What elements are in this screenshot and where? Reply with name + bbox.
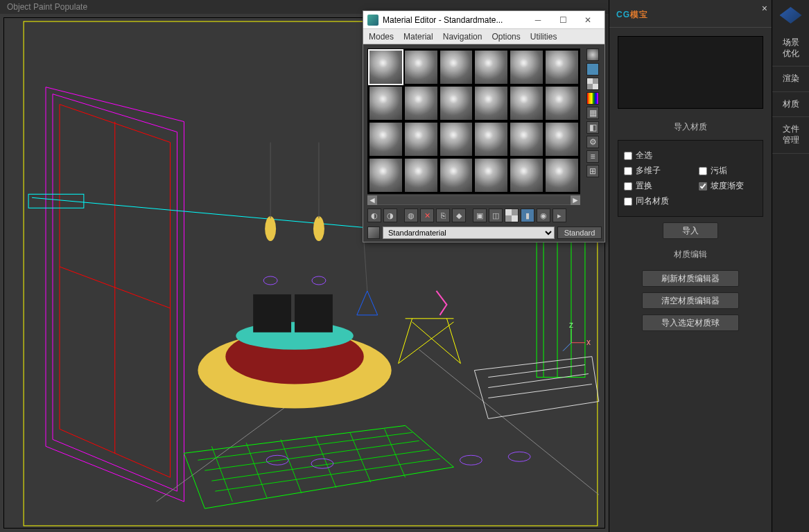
svg-point-32 — [312, 276, 326, 285]
material-slot[interactable] — [474, 86, 508, 121]
menu-navigation[interactable]: Navigation — [443, 32, 482, 42]
pick-material-icon[interactable] — [367, 227, 380, 239]
svg-text:x: x — [586, 337, 591, 347]
show-end-result-icon[interactable]: ▮ — [521, 209, 534, 222]
backlight-icon[interactable] — [586, 63, 599, 76]
scroll-track[interactable] — [377, 196, 571, 204]
video-check-icon[interactable]: ▦ — [586, 107, 599, 119]
select-by-material-icon[interactable]: ≡ — [586, 150, 599, 163]
material-type-button[interactable]: Standard — [557, 227, 602, 239]
menu-utilities[interactable]: Utilities — [530, 32, 557, 42]
material-slot[interactable] — [440, 50, 473, 85]
sample-type-icon[interactable] — [586, 48, 599, 61]
material-slot[interactable] — [474, 50, 508, 85]
material-slot[interactable] — [510, 158, 543, 193]
material-slot[interactable] — [440, 86, 473, 121]
topbar-text: Object Paint Populate — [7, 2, 87, 12]
show-map-icon[interactable] — [505, 209, 519, 222]
material-slot[interactable] — [510, 50, 543, 85]
background-icon[interactable] — [586, 78, 599, 90]
make-unique-icon[interactable]: ◆ — [452, 209, 466, 222]
menu-material[interactable]: Material — [403, 32, 433, 42]
svg-line-10 — [419, 350, 599, 495]
svg-marker-16 — [184, 425, 453, 508]
check-displace[interactable]: 置换 — [624, 180, 679, 192]
material-slot[interactable] — [510, 122, 543, 157]
tab-file-mgmt[interactable]: 文件管理 — [772, 117, 809, 153]
tab-material[interactable]: 材质 — [772, 92, 809, 118]
material-slot[interactable] — [545, 50, 579, 85]
material-editor-titlebar[interactable]: Material Editor - Standardmate... ─ ☐ ✕ — [363, 11, 604, 29]
get-material-icon[interactable]: ◐ — [367, 209, 381, 222]
check-dirt[interactable]: 污垢 — [699, 165, 754, 177]
tab-render[interactable]: 渲染 — [772, 66, 809, 92]
material-slot[interactable] — [510, 86, 543, 121]
material-editor-body: ▦ ◧ ⚙ ≡ ⊞ ◄ ► ◐ ◑ ◍ ✕ ⎘ ◆ ▣ ◫ ▮ ◉ ▸ — [363, 44, 604, 242]
material-slot[interactable] — [369, 158, 403, 193]
clear-editor-button[interactable]: 清空材质编辑器 — [642, 292, 739, 309]
put-to-library-icon[interactable]: ▣ — [473, 209, 487, 222]
material-editor-title: Material Editor - Standardmate... — [383, 15, 525, 25]
menu-modes[interactable]: Modes — [369, 32, 394, 42]
make-copy-icon[interactable]: ⎘ — [436, 209, 450, 222]
sample-uv-icon[interactable] — [586, 92, 599, 105]
maximize-button[interactable]: ☐ — [550, 12, 575, 28]
material-slot[interactable] — [440, 122, 473, 157]
material-slot[interactable] — [369, 86, 403, 121]
material-editor-icon — [367, 15, 379, 26]
slots-scrollbar[interactable]: ◄ ► — [367, 195, 580, 205]
material-slot[interactable] — [404, 158, 438, 193]
material-slot[interactable] — [474, 122, 508, 157]
options-icon[interactable]: ⚙ — [586, 136, 599, 148]
right-tab-bar: 场景优化 渲染 材质 文件管理 — [772, 0, 809, 532]
material-slot[interactable] — [404, 50, 438, 85]
svg-line-38 — [399, 319, 412, 364]
material-effects-icon[interactable]: ◫ — [489, 209, 503, 222]
cg-panel: CG模宝 × 导入材质 全选 多维子 污垢 置换 坡度渐变 同名材质 导入 材质… — [609, 0, 772, 532]
svg-line-26 — [385, 429, 406, 477]
check-multi-sub[interactable]: 多维子 — [624, 165, 679, 177]
material-slot[interactable] — [545, 122, 579, 157]
material-id-icon[interactable]: ⊞ — [586, 165, 599, 177]
diamond-logo-icon — [780, 7, 802, 24]
cg-close-button[interactable]: × — [762, 3, 767, 14]
close-button[interactable]: ✕ — [575, 12, 600, 28]
tab-scene-opt[interactable]: 场景优化 — [772, 30, 809, 66]
svg-point-47 — [508, 452, 530, 461]
svg-rect-15 — [295, 294, 333, 332]
material-slot[interactable] — [404, 122, 438, 157]
import-button[interactable]: 导入 — [663, 222, 718, 239]
go-to-parent-icon[interactable]: ◉ — [537, 209, 550, 222]
material-slot[interactable] — [545, 158, 579, 193]
cg-header: CG模宝 × — [609, 0, 772, 28]
menu-options[interactable]: Options — [492, 32, 520, 42]
go-forward-icon[interactable]: ▸ — [553, 209, 566, 222]
svg-line-36 — [488, 384, 592, 398]
check-select-all[interactable]: 全选 — [624, 150, 679, 161]
material-slot[interactable] — [545, 86, 579, 121]
material-slot[interactable] — [440, 158, 473, 193]
svg-line-40 — [399, 322, 454, 364]
material-slot[interactable] — [369, 122, 403, 157]
svg-line-21 — [211, 446, 232, 502]
check-same-name[interactable]: 同名材质 — [624, 195, 679, 207]
svg-text:z: z — [569, 320, 573, 330]
material-slot[interactable] — [474, 158, 508, 193]
material-editor-window[interactable]: Material Editor - Standardmate... ─ ☐ ✕ … — [363, 10, 605, 242]
put-to-scene-icon[interactable]: ◑ — [383, 209, 397, 222]
material-name-select[interactable]: Standardmaterial — [383, 227, 555, 239]
check-slope-grad[interactable]: 坡度渐变 — [699, 180, 754, 192]
material-slot[interactable] — [369, 50, 403, 85]
svg-point-28 — [313, 216, 324, 241]
assign-to-selection-icon[interactable]: ◍ — [404, 209, 418, 222]
make-preview-icon[interactable]: ◧ — [586, 121, 599, 134]
refresh-editor-button[interactable]: 刷新材质编辑器 — [642, 270, 739, 287]
scroll-left-icon[interactable]: ◄ — [367, 195, 377, 205]
scroll-right-icon[interactable]: ► — [571, 195, 580, 205]
material-slot[interactable] — [404, 86, 438, 121]
import-material-title: 导入材质 — [609, 117, 772, 137]
reset-map-icon[interactable]: ✕ — [420, 209, 434, 222]
minimize-button[interactable]: ─ — [525, 12, 550, 28]
svg-rect-14 — [253, 294, 291, 332]
import-selected-button[interactable]: 导入选定材质球 — [642, 314, 739, 331]
